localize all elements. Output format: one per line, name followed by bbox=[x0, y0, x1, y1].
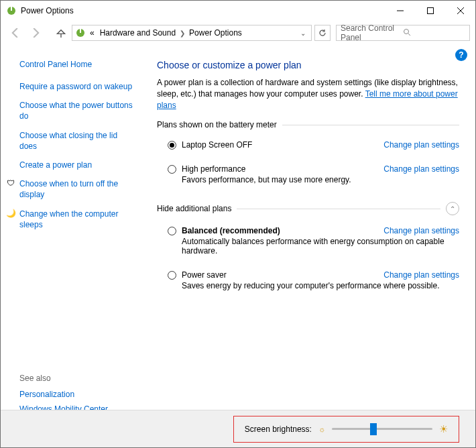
slider-thumb[interactable] bbox=[370, 423, 377, 435]
radio-balanced[interactable] bbox=[168, 227, 176, 235]
radio-high-performance[interactable] bbox=[168, 165, 176, 174]
chevron-right-icon: ❯ bbox=[178, 30, 186, 37]
change-plan-settings-link[interactable]: Change plan settings bbox=[383, 226, 459, 235]
sidebar-link[interactable]: Change when the computer sleeps bbox=[19, 209, 137, 230]
window-title: Power Options bbox=[21, 6, 385, 15]
address-dropdown[interactable]: ⌄ bbox=[296, 30, 310, 37]
sidebar-link[interactable]: Create a power plan bbox=[19, 160, 137, 170]
plan-row: Laptop Screen OFF Change plan settings bbox=[157, 137, 459, 152]
collapse-icon[interactable]: ⌃ bbox=[446, 202, 459, 215]
plan-row: Power saver Change plan settings Saves e… bbox=[157, 268, 459, 293]
svg-rect-1 bbox=[11, 7, 12, 11]
svg-rect-3 bbox=[427, 8, 433, 14]
see-also-link[interactable]: Personalization bbox=[19, 390, 108, 399]
minimize-button[interactable] bbox=[385, 1, 415, 21]
plan-subtitle: Saves energy by reducing your computer's… bbox=[182, 281, 459, 290]
breadcrumb-prefix: « bbox=[87, 28, 97, 38]
address-bar[interactable]: « Hardware and Sound ❯ Power Options ⌄ bbox=[72, 25, 312, 41]
change-plan-settings-link[interactable]: Change plan settings bbox=[383, 164, 459, 174]
change-plan-settings-link[interactable]: Change plan settings bbox=[383, 140, 459, 150]
svg-point-9 bbox=[404, 29, 409, 34]
control-panel-home-link[interactable]: Control Panel Home bbox=[19, 60, 137, 69]
breadcrumb-item[interactable]: Power Options bbox=[186, 28, 245, 38]
page-description: A power plan is a collection of hardware… bbox=[157, 77, 459, 111]
navbar: « Hardware and Sound ❯ Power Options ⌄ S… bbox=[1, 21, 475, 45]
plan-title: Power saver bbox=[182, 270, 227, 280]
radio-laptop-screen-off[interactable] bbox=[168, 141, 176, 150]
sidebar-link[interactable]: Choose when to turn off the display bbox=[19, 178, 137, 200]
search-input[interactable]: Search Control Panel bbox=[336, 25, 470, 41]
moon-icon: 🌙 bbox=[6, 209, 15, 218]
page-heading: Choose or customize a power plan bbox=[157, 60, 459, 70]
plan-title: Balanced (recommended) bbox=[182, 226, 280, 235]
brightness-highlight: Screen brightness: ☼ ☀ bbox=[233, 416, 459, 443]
plan-row: Balanced (recommended) Change plan setti… bbox=[157, 223, 459, 258]
main-panel: Choose or customize a power plan A power… bbox=[145, 45, 475, 410]
brightness-slider[interactable] bbox=[332, 428, 432, 430]
svg-rect-8 bbox=[80, 29, 81, 33]
group-shown-plans: Plans shown on the battery meter bbox=[157, 120, 459, 129]
maximize-button[interactable] bbox=[415, 1, 445, 21]
see-also-header: See also bbox=[19, 374, 108, 383]
plan-subtitle: Favors performance, but may use more ene… bbox=[182, 175, 459, 184]
footer: Screen brightness: ☼ ☀ bbox=[1, 410, 475, 447]
shield-icon: 🛡 bbox=[6, 178, 15, 188]
svg-line-10 bbox=[408, 34, 410, 36]
titlebar: Power Options bbox=[1, 1, 475, 21]
change-plan-settings-link[interactable]: Change plan settings bbox=[383, 270, 459, 280]
group-hide-plans: Hide additional plans ⌃ bbox=[157, 202, 459, 215]
sidebar-link[interactable]: Choose what the power buttons do bbox=[19, 100, 137, 121]
search-placeholder: Search Control Panel bbox=[341, 23, 403, 42]
close-button[interactable] bbox=[445, 1, 475, 21]
brightness-label: Screen brightness: bbox=[245, 425, 312, 434]
plan-row: High performance Change plan settings Fa… bbox=[157, 162, 459, 187]
power-options-icon bbox=[6, 5, 17, 16]
content: Control Panel Home Require a password on… bbox=[1, 45, 475, 410]
back-button[interactable] bbox=[6, 23, 25, 42]
sun-dim-icon: ☼ bbox=[318, 425, 325, 433]
sidebar-link[interactable]: Require a password on wakeup bbox=[19, 81, 137, 92]
sidebar: Control Panel Home Require a password on… bbox=[1, 45, 145, 410]
sidebar-link[interactable]: Choose what closing the lid does bbox=[19, 130, 137, 152]
power-options-icon bbox=[75, 27, 86, 38]
plan-title: High performance bbox=[182, 164, 245, 174]
refresh-button[interactable] bbox=[314, 25, 331, 41]
up-button[interactable] bbox=[52, 23, 70, 42]
plan-subtitle: Automatically balances performance with … bbox=[182, 237, 459, 256]
plan-title: Laptop Screen OFF bbox=[182, 140, 252, 150]
breadcrumb-item[interactable]: Hardware and Sound bbox=[97, 28, 178, 38]
radio-power-saver[interactable] bbox=[168, 271, 176, 280]
forward-button[interactable] bbox=[26, 23, 45, 42]
sun-bright-icon: ☀ bbox=[439, 423, 448, 435]
search-icon bbox=[403, 28, 465, 38]
